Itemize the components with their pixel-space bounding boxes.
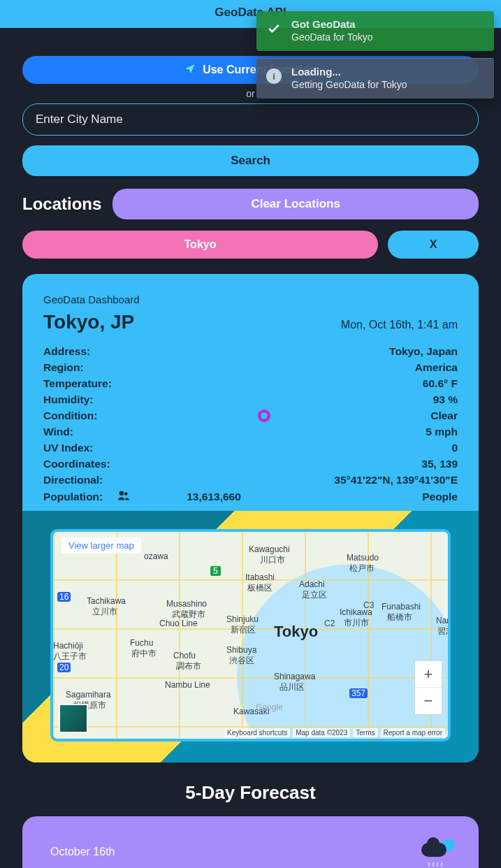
satellite-toggle[interactable]: [59, 704, 88, 733]
row-address: Address: Tokyo, Japan: [43, 343, 458, 359]
population-value: 13,613,660: [187, 491, 241, 503]
population-unit: People: [422, 491, 458, 503]
report-map-error-link[interactable]: Report a map error: [381, 728, 445, 737]
search-button[interactable]: Search: [22, 145, 479, 176]
row-temperature: Temperature: 60.6° F: [43, 375, 458, 391]
dashboard-datetime: Mon, Oct 16th, 1:41 am: [341, 319, 458, 331]
city-input[interactable]: [22, 103, 479, 136]
condition-indicator-icon: [258, 410, 270, 422]
row-region: Region: America: [43, 359, 458, 375]
check-icon: [266, 21, 282, 36]
map-zoom-controls: + −: [414, 660, 442, 715]
zoom-in-button[interactable]: +: [415, 661, 442, 688]
geodata-dashboard: GeoData Dashboard Tokyo, JP Mon, Oct 16t…: [22, 274, 479, 762]
view-larger-map-link[interactable]: View larger map: [61, 537, 141, 554]
info-icon: i: [266, 68, 282, 84]
clear-locations-button[interactable]: Clear Locations: [112, 189, 479, 219]
row-population: Population: 13,613,660 People: [43, 488, 458, 505]
row-wind: Wind: 5 mph: [43, 424, 458, 440]
row-coordinates: Coordinates: 35, 139: [43, 456, 458, 472]
map-label-tokyo: Tokyo: [274, 623, 318, 641]
map-terms-link[interactable]: Terms: [353, 728, 377, 737]
toast-info: i Loading... Getting GeoData for Tokyo: [256, 58, 494, 99]
forecast-date: October 16th: [50, 846, 115, 858]
location-arrow-icon: [184, 63, 196, 77]
row-uv: UV Index: 0: [43, 440, 458, 456]
forecast-heading: 5-Day Forecast: [22, 782, 479, 804]
rain-cloud-icon: [421, 841, 451, 862]
locations-heading: Locations: [22, 194, 101, 214]
location-chip-tokyo[interactable]: Tokyo: [22, 231, 378, 259]
row-directional: Directional: 35°41'22"N, 139°41'30"E: [43, 472, 458, 488]
forecast-day-card: October 16th: [22, 816, 479, 868]
remove-location-button[interactable]: X: [388, 231, 479, 259]
row-humidity: Humidity: 93 %: [43, 391, 458, 407]
dashboard-city: Tokyo, JP: [43, 311, 134, 333]
row-condition: Condition: Clear: [43, 407, 458, 424]
embedded-map[interactable]: View larger map ozawa Kawaguchi 川口市 Mats…: [50, 529, 451, 742]
toast-success: Got GeoData GeoData for Tokyo: [256, 11, 494, 51]
zoom-out-button[interactable]: −: [415, 688, 442, 714]
map-container: View larger map ozawa Kawaguchi 川口市 Mats…: [22, 511, 479, 762]
keyboard-shortcuts-link[interactable]: Keyboard shortcuts: [224, 728, 290, 737]
people-icon: [117, 490, 131, 504]
dashboard-label: GeoData Dashboard: [43, 294, 458, 305]
toast-stack: Got GeoData GeoData for Tokyo i Loading.…: [256, 11, 494, 99]
map-attribution: Keyboard shortcuts Map data ©2023 Terms …: [224, 728, 445, 737]
